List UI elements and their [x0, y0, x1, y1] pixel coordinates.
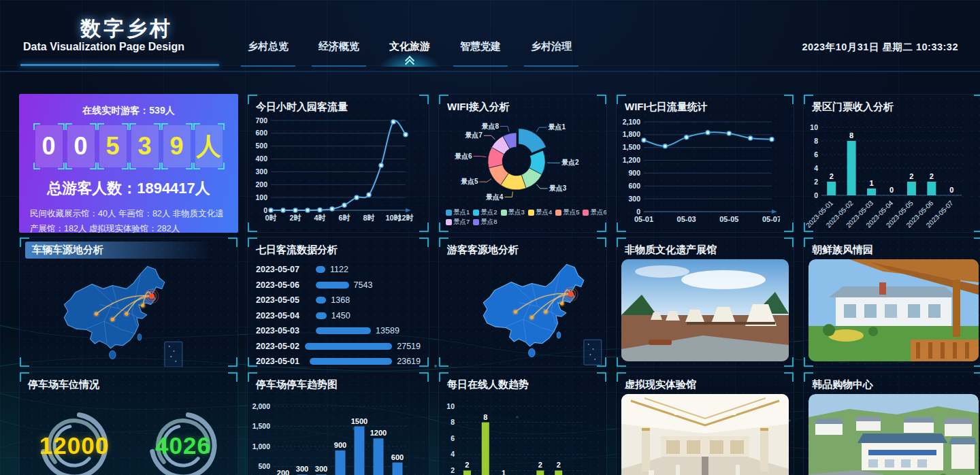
- vehicle-map-svg: [20, 260, 224, 367]
- panel-title: 游客客源地分析: [447, 244, 598, 257]
- tab-label: 乡村治理: [516, 38, 587, 54]
- tab-underline: [524, 65, 578, 67]
- visitor-flip-counter: 00539人: [19, 125, 238, 167]
- svg-text:300: 300: [628, 195, 640, 203]
- svg-text:6时: 6时: [338, 214, 350, 222]
- legend-row: 景点7景点8: [446, 218, 600, 227]
- svg-text:2: 2: [451, 466, 455, 474]
- svg-text:2: 2: [909, 172, 913, 180]
- online-visitors-label: 在线实时游客：539人: [19, 105, 238, 117]
- nav-tab-2[interactable]: 经济概览: [304, 38, 374, 67]
- nav-tab-5[interactable]: 乡村治理: [516, 38, 587, 67]
- panel-title: 车辆车源地分析: [25, 242, 212, 259]
- row-date: 2023-05-01: [256, 357, 310, 366]
- row-bar: [316, 266, 325, 273]
- svg-text:8时: 8时: [363, 214, 374, 222]
- wifi_week-svg: 03006009001,2001,5001,8002,10005-0105-03…: [617, 115, 780, 228]
- svg-text:景点4: 景点4: [486, 193, 504, 201]
- svg-text:0时: 0时: [265, 214, 276, 222]
- legend-item[interactable]: 景点8: [473, 218, 497, 227]
- row-bar: [316, 297, 326, 304]
- daily-online-panel: 每日在线人数趋势 024681022023-05-0182023-05-0212…: [438, 372, 607, 475]
- flip-digit: 0: [35, 125, 63, 167]
- visitor-origin-map: [439, 258, 606, 367]
- svg-text:4: 4: [814, 164, 818, 172]
- svg-text:景点2: 景点2: [561, 159, 579, 166]
- nav-tab-1[interactable]: 乡村总览: [233, 38, 304, 67]
- legend-item[interactable]: 景点1: [446, 208, 470, 217]
- wifi-access-legend: 景点1景点2景点3景点4景点5景点6景点7景点8: [439, 208, 606, 227]
- panel-title: 停车场停车趋势图: [256, 378, 421, 391]
- svg-text:600: 600: [255, 129, 267, 137]
- free-spaces-gauge: 4026 剩余车位: [139, 406, 227, 475]
- wifi_access-svg: 景点1景点2景点3景点4景点5景点6景点7景点8: [439, 115, 594, 205]
- dashboard: 数字乡村 Data Visualization Page Design 乡村总览…: [0, 0, 980, 475]
- row-bar: [316, 327, 371, 334]
- daily-online-chart: 024681022023-05-0182023-05-0212023-05-03…: [439, 393, 606, 475]
- row-date: 2023-05-03: [256, 326, 316, 335]
- svg-text:05-01: 05-01: [634, 215, 653, 223]
- nav-tab-3[interactable]: 文化旅游: [374, 38, 445, 67]
- svg-text:200: 200: [255, 180, 267, 189]
- svg-text:500: 500: [255, 142, 267, 150]
- row-bar: [305, 343, 392, 350]
- legend-item[interactable]: 景点3: [501, 208, 525, 217]
- row-bar: [310, 358, 392, 365]
- week-flow-row: 2023-05-041450: [256, 308, 421, 324]
- legend-swatch: [473, 210, 479, 216]
- svg-text:6: 6: [814, 150, 818, 159]
- svg-text:900: 900: [334, 441, 346, 449]
- row-value: 1122: [330, 265, 348, 274]
- legend-item[interactable]: 景点6: [583, 208, 606, 217]
- legend-swatch: [555, 210, 561, 216]
- legend-item[interactable]: 景点2: [473, 208, 497, 217]
- svg-text:1: 1: [502, 469, 506, 475]
- vr-hall-photo: [621, 394, 789, 475]
- tab-label: 智慧党建: [445, 38, 516, 54]
- flip-digit: 3: [131, 125, 159, 167]
- svg-text:1200: 1200: [370, 429, 387, 437]
- legend-label: 景点1: [453, 208, 470, 217]
- nav-tab-4[interactable]: 智慧党建: [445, 38, 516, 67]
- svg-text:0: 0: [889, 186, 894, 194]
- svg-text:05-07: 05-07: [762, 215, 780, 223]
- panel-title: 朝鲜族风情园: [812, 244, 975, 257]
- ticket-income-chart: 024681022023-05-0182023-05-0212023-05-03…: [804, 115, 980, 233]
- tab-label: 文化旅游: [374, 38, 445, 54]
- vehicle-origin-map: [20, 260, 238, 367]
- svg-text:4: 4: [451, 450, 455, 458]
- svg-text:1,500: 1,500: [252, 422, 270, 430]
- svg-text:2时: 2时: [289, 214, 301, 222]
- korean-garden-photo: [808, 259, 979, 361]
- svg-text:景点7: 景点7: [465, 131, 483, 139]
- tab-label: 乡村总览: [233, 38, 304, 54]
- svg-text:4时: 4时: [314, 214, 325, 222]
- svg-text:6: 6: [451, 434, 455, 442]
- legend-swatch: [528, 210, 534, 216]
- week-flow-row: 2023-05-067543: [256, 278, 421, 293]
- legend-item[interactable]: 景点5: [555, 208, 579, 217]
- legend-label: 景点3: [508, 208, 525, 217]
- legend-item[interactable]: 景点4: [528, 208, 552, 217]
- total-spaces-value: 12000: [39, 432, 109, 459]
- flip-digit: 人: [195, 125, 223, 167]
- panel-title: 景区门票收入分析: [812, 101, 975, 114]
- tab-underline: [453, 65, 508, 67]
- svg-text:1,800: 1,800: [623, 130, 640, 138]
- ticket_income-svg: 024681022023-05-0182023-05-0212023-05-03…: [804, 115, 970, 233]
- panel-title: 非物质文化遗产展馆: [625, 244, 785, 257]
- row-bar: [316, 282, 349, 289]
- week-flow-row: 2023-05-0123619: [256, 354, 421, 367]
- legend-item[interactable]: 景点7: [446, 218, 470, 227]
- legend-swatch: [473, 219, 479, 225]
- svg-text:8: 8: [451, 418, 455, 426]
- tab-label: 经济概览: [304, 38, 374, 54]
- row-value: 1368: [331, 295, 350, 305]
- parking-trend-chart: 05001,0001,5002,0002002023-05-013002023-…: [248, 393, 429, 475]
- heritage-photo: [621, 259, 789, 361]
- legend-label: 景点8: [480, 218, 497, 227]
- app-subtitle: Data Visualization Page Design: [23, 41, 184, 53]
- svg-text:600: 600: [628, 182, 640, 190]
- svg-text:05-05: 05-05: [719, 215, 738, 223]
- svg-text:8: 8: [814, 137, 818, 145]
